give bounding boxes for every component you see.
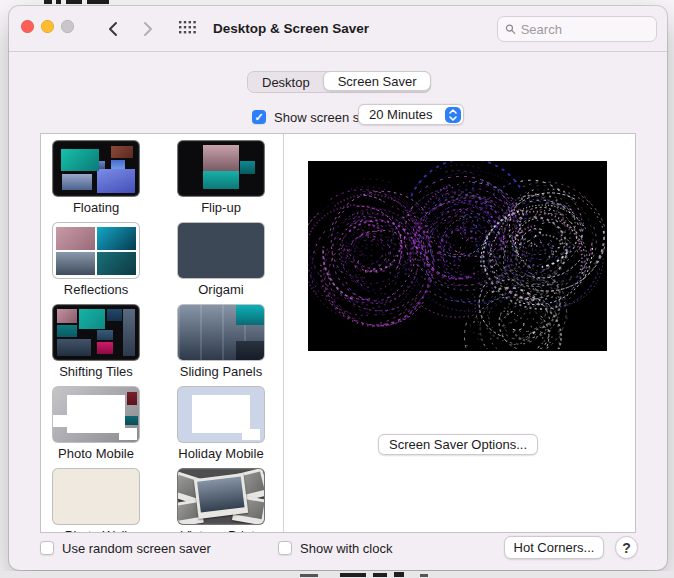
back-button[interactable] [102, 19, 124, 39]
saver-item-photo-mobile[interactable]: Photo Mobile [41, 387, 151, 463]
saver-label: Origami [158, 282, 283, 297]
background-text-remnant [56, 0, 61, 4]
saver-thumb-holiday-mobile [178, 387, 264, 442]
saver-thumb-shifting-tiles [53, 305, 139, 360]
background-strip [0, 571, 674, 578]
saver-label: Reflections [41, 282, 159, 297]
close-button[interactable] [21, 20, 34, 33]
show-clock-label: Show with clock [300, 541, 392, 556]
saver-label: Flip-up [158, 200, 283, 215]
background-text-remnant [394, 572, 404, 577]
screensaver-preview [308, 161, 607, 351]
screensaver-list[interactable]: Floating Flip-up Reflections Origami Shi… [41, 134, 283, 532]
saver-item-sliding-panels[interactable]: Sliding Panels [166, 305, 276, 381]
search-field[interactable] [497, 16, 657, 42]
saver-label: Shifting Tiles [41, 364, 159, 379]
saver-item-shifting-tiles[interactable]: Shifting Tiles [41, 305, 151, 381]
saver-thumb-sliding-panels [178, 305, 264, 360]
stepper-icon [445, 107, 461, 123]
chevron-right-icon [143, 21, 153, 37]
background-text-remnant [340, 573, 366, 577]
use-random-checkbox[interactable] [40, 541, 54, 555]
toolbar: Desktop & Screen Saver [9, 6, 667, 52]
use-random-row: Use random screen saver [40, 537, 211, 559]
saver-item-floating[interactable]: Floating [41, 141, 151, 217]
show-all-preferences-button[interactable] [179, 21, 196, 36]
use-random-label: Use random screen saver [62, 541, 211, 556]
saver-label: Holiday Mobile [158, 446, 283, 461]
vintage-print-main [194, 473, 249, 519]
saver-item-photo-wall[interactable]: Photo Wall [41, 469, 151, 532]
show-after-checkbox[interactable] [252, 110, 266, 124]
show-clock-checkbox[interactable] [278, 541, 292, 555]
interval-value: 20 Minutes [369, 107, 433, 122]
saver-thumb-floating [53, 141, 139, 196]
background-text-remnant [87, 0, 109, 4]
window-title: Desktop & Screen Saver [213, 21, 369, 36]
saver-thumb-flip-up [178, 141, 264, 196]
saver-item-vintage-prints[interactable]: Vintage Prints [166, 469, 276, 532]
saver-label: Photo Mobile [41, 446, 159, 461]
zoom-button[interactable] [61, 20, 74, 33]
saver-thumb-vintage-prints [178, 469, 264, 524]
desktop-screensaver-window: Desktop & Screen Saver Desktop Screen Sa… [9, 6, 667, 570]
tab-screen-saver[interactable]: Screen Saver [323, 71, 432, 91]
search-icon [505, 23, 516, 35]
saver-item-origami[interactable]: Origami [166, 223, 276, 299]
content-panel: Floating Flip-up Reflections Origami Shi… [40, 133, 636, 533]
interval-dropdown[interactable]: 20 Minutes [358, 104, 464, 125]
apps-grid-icon [179, 21, 196, 36]
saver-item-holiday-mobile[interactable]: Holiday Mobile [166, 387, 276, 463]
saver-label: Floating [41, 200, 159, 215]
hot-corners-button[interactable]: Hot Corners... [504, 536, 604, 559]
screen-saver-options-button[interactable]: Screen Saver Options... [378, 434, 538, 455]
preview-canvas [308, 161, 605, 349]
background-text-remnant [420, 574, 428, 577]
background-text-remnant [66, 0, 82, 4]
background-text-remnant [300, 574, 318, 577]
forward-button[interactable] [137, 19, 159, 39]
show-clock-row: Show with clock [278, 537, 392, 559]
saver-label: Sliding Panels [158, 364, 283, 379]
background-text-remnant [44, 0, 52, 4]
list-preview-divider [283, 134, 284, 532]
tab-bar: Desktop Screen Saver [247, 71, 431, 93]
saver-item-reflections[interactable]: Reflections [41, 223, 151, 299]
saver-item-flip-up[interactable]: Flip-up [166, 141, 276, 217]
saver-thumb-reflections [53, 223, 139, 278]
saver-thumb-photo-wall [53, 469, 139, 524]
background-text-remnant [373, 573, 387, 577]
saver-thumb-photo-mobile [53, 387, 139, 442]
help-button[interactable]: ? [615, 536, 638, 559]
search-input[interactable] [521, 22, 649, 37]
minimize-button[interactable] [41, 20, 54, 33]
saver-label: Photo Wall [41, 528, 159, 532]
saver-label: Vintage Prints [158, 528, 283, 532]
tab-desktop[interactable]: Desktop [248, 72, 324, 92]
chevron-left-icon [108, 21, 118, 37]
saver-thumb-origami [178, 223, 264, 278]
